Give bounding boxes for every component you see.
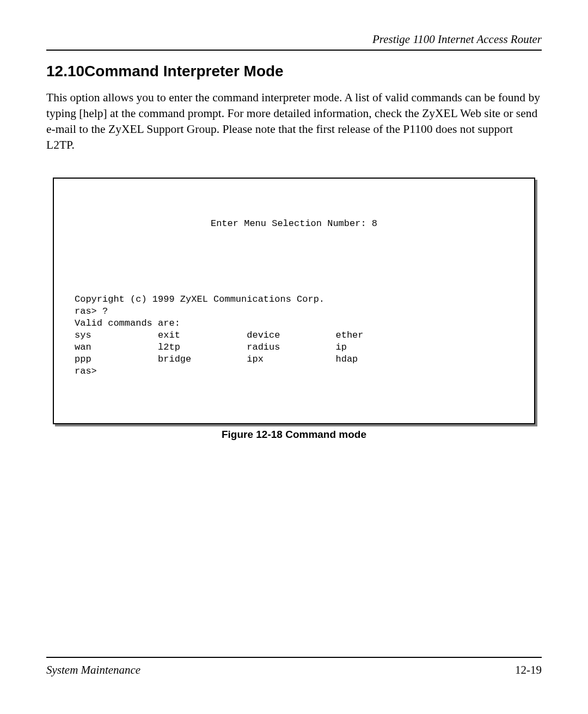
section-title-text: Command Interpreter Mode — [84, 63, 284, 80]
body-paragraph: This option allows you to enter the comm… — [46, 90, 542, 153]
terminal-command-row-2: wan l2tp radius ip — [75, 342, 347, 352]
terminal-prompt-1: ras> ? — [75, 306, 108, 316]
footer-right: 12-19 — [515, 663, 542, 677]
section-number: 12.10 — [46, 63, 84, 80]
page-header: Prestige 1100 Internet Access Router — [46, 33, 542, 51]
terminal-command-row-1: sys exit device ether — [75, 330, 364, 340]
terminal-menu-line: Enter Menu Selection Number: 8 — [65, 218, 523, 230]
section-heading: 12.10Command Interpreter Mode — [46, 63, 542, 80]
terminal-body: Copyright (c) 1999 ZyXEL Communications … — [65, 294, 523, 378]
footer-left: System Maintenance — [46, 663, 140, 677]
terminal-command-row-3: ppp bridge ipx hdap — [75, 354, 358, 364]
terminal-output-box: Enter Menu Selection Number: 8 Copyright… — [53, 178, 535, 424]
page-footer: System Maintenance 12-19 — [46, 657, 542, 677]
terminal-prompt-2: ras> — [75, 366, 97, 376]
figure-caption: Figure 12-18 Command mode — [53, 429, 535, 441]
terminal-copyright: Copyright (c) 1999 ZyXEL Communications … — [75, 294, 324, 304]
terminal-valid-label: Valid commands are: — [75, 318, 180, 328]
product-title: Prestige 1100 Internet Access Router — [372, 33, 542, 46]
figure-container: Enter Menu Selection Number: 8 Copyright… — [53, 178, 535, 441]
